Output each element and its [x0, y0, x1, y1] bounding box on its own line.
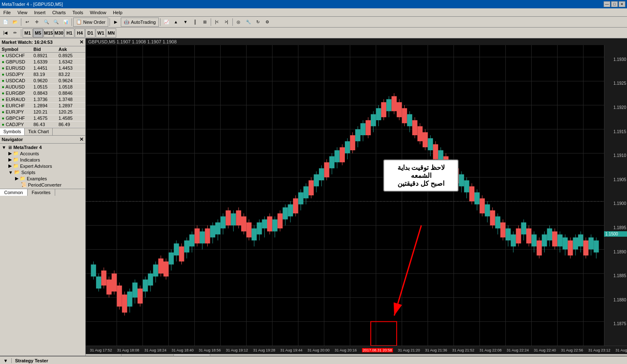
temp-btn[interactable]: 🔧 [244, 18, 253, 27]
autotrading-button[interactable]: 🤖 AutoTrading [121, 18, 159, 27]
tf-m5[interactable]: M5 [33, 28, 43, 38]
tab-symbols[interactable]: Symbols [0, 128, 25, 135]
tf-w1[interactable]: W1 [96, 28, 106, 38]
menu-tools[interactable]: Tools [69, 9, 87, 16]
svg-rect-71 [189, 235, 194, 247]
menu-file[interactable]: File [0, 9, 14, 16]
undo-btn[interactable]: ↩ [23, 18, 32, 27]
sep5 [211, 18, 211, 26]
nav-indicators-label: Indicators [20, 157, 40, 162]
nav-tab-favorites[interactable]: Favorites [28, 189, 55, 196]
price-1925: 1.1925 [613, 81, 626, 86]
time-18: 31 Aug 23:12 [588, 348, 610, 352]
crosshair-btn[interactable]: ✛ [32, 18, 41, 27]
zoom-in-btn[interactable]: 🔍 [42, 18, 51, 27]
minimize-button[interactable]: — [604, 1, 610, 7]
nav-root[interactable]: ▼ 🖥 MetaTrader 4 [0, 144, 85, 150]
menu-window[interactable]: Window [87, 9, 110, 16]
tf-m1[interactable]: M1 [23, 28, 33, 38]
tf-h1[interactable]: H1 [64, 28, 74, 38]
market-watch-row[interactable]: ● CADJPY 86.43 86.49 [0, 121, 85, 128]
zoom-out-btn[interactable]: 🔍 [51, 18, 61, 27]
svg-rect-113 [298, 192, 303, 205]
tab-tick-chart[interactable]: Tick Chart [25, 128, 53, 135]
mw-bid: 120.21 [33, 109, 59, 114]
chart-canvas[interactable]: 1.1930 1.1925 1.1920 1.1915 1.1910 1.190… [86, 45, 627, 346]
new-chart-btn[interactable]: 📄 [1, 18, 10, 27]
svg-rect-197 [516, 228, 521, 243]
properties-btn[interactable]: 📊 [61, 18, 70, 27]
market-watch-row[interactable]: ● EURCHF 1.2894 1.2897 [0, 103, 85, 109]
svg-rect-47 [127, 291, 132, 306]
navigator-close[interactable]: ✕ [79, 136, 84, 142]
chart-tab-eurusd-m1[interactable]: EURUSD,M1 [86, 354, 122, 356]
navigator-tabs: Common Favorites [0, 189, 85, 196]
nav-accounts[interactable]: ▶ 📁 Accounts [0, 150, 85, 157]
new-order-button[interactable]: 📋 New Order [73, 18, 108, 27]
nav-expert-advisors[interactable]: ▶ 📁 Expert Advisors [0, 163, 85, 169]
svg-rect-157 [412, 120, 417, 135]
chart-tab-eurusd-m2[interactable]: EURUSD,M2 (offline) [122, 354, 174, 356]
market-watch-row[interactable]: ● AUDUSD 1.0515 1.0518 [0, 84, 85, 90]
indicator-btn[interactable]: ◎ [234, 18, 243, 27]
menu-insert[interactable]: Insert [31, 9, 49, 16]
svg-rect-179 [469, 186, 474, 201]
svg-rect-141 [371, 114, 376, 126]
market-watch-row[interactable]: ● USDCAD 0.9620 0.9624 [0, 78, 85, 84]
refresh-btn[interactable]: ↻ [253, 18, 263, 27]
period-next-btn[interactable]: >| [222, 18, 231, 27]
menu-view[interactable]: View [14, 9, 31, 16]
play-btn[interactable]: ▶ [111, 18, 120, 27]
nav-scripts[interactable]: ▼ 📂 Scripts [0, 169, 85, 175]
market-watch-row[interactable]: ● GBPCHF 1.4575 1.4585 [0, 115, 85, 121]
period-sep-btn[interactable]: |< [212, 18, 222, 27]
market-watch-close[interactable]: ✕ [79, 39, 84, 45]
svg-rect-155 [407, 114, 412, 126]
candles-btn[interactable]: ║ [191, 18, 200, 27]
time-16: 31 Aug 22:40 [534, 348, 556, 352]
svg-rect-183 [479, 198, 484, 213]
svg-rect-143 [376, 108, 381, 120]
arrow-down-btn[interactable]: ▼ [181, 18, 190, 27]
candlestick-chart [86, 45, 604, 346]
tf-m15[interactable]: M15 [43, 28, 54, 38]
nav-tab-common[interactable]: Common [0, 189, 28, 196]
market-watch-row[interactable]: ● EURJPY 120.21 120.25 [0, 109, 85, 115]
tester-toggle[interactable]: ▼ [0, 358, 12, 363]
menu-charts[interactable]: Charts [49, 9, 69, 16]
nav-indicators[interactable]: ▶ 📁 Indicators [0, 157, 85, 163]
line-btn[interactable]: 📈 [162, 18, 171, 27]
maximize-button[interactable]: □ [611, 1, 618, 7]
zoom-fit-btn[interactable]: ⊞ [200, 18, 209, 27]
svg-rect-129 [340, 147, 345, 162]
market-watch-row[interactable]: ● USDJPY 83.19 83.22 [0, 71, 85, 78]
market-watch-row[interactable]: ● EURGBP 0.8843 0.8846 [0, 90, 85, 96]
open-btn[interactable]: 📂 [10, 18, 20, 27]
nav-examples[interactable]: ▶ 📁 Examples [0, 175, 85, 182]
svg-rect-51 [138, 288, 143, 303]
svg-rect-135 [355, 129, 360, 142]
mw-dot: ● [2, 122, 5, 127]
mw-dot: ● [2, 116, 5, 121]
market-watch-row[interactable]: ● GBPUSD 1.6339 1.6342 [0, 59, 85, 65]
tf-m30[interactable]: M30 [54, 28, 64, 38]
close-button[interactable]: ✕ [619, 1, 625, 7]
arrow-up-btn[interactable]: ▲ [171, 18, 181, 27]
nav-period-converter[interactable]: 📜 PeriodConverter [0, 182, 85, 188]
tf-d1[interactable]: D1 [85, 28, 95, 38]
mw-symbol-name: ● USDCHF [2, 53, 33, 58]
svg-rect-201 [526, 228, 531, 243]
svg-rect-165 [433, 144, 438, 159]
market-watch-row[interactable]: ● USDCHF 0.8921 0.8925 [0, 53, 85, 59]
tf-h4[interactable]: H4 [75, 28, 85, 38]
mw-bid: 0.9620 [33, 78, 59, 83]
menu-help[interactable]: Help [110, 9, 126, 16]
market-watch-row[interactable]: ● EURUSD 1.4451 1.4453 [0, 65, 85, 71]
market-watch-row[interactable]: ● EURAUD 1.3736 1.3748 [0, 96, 85, 103]
chart-tab-gbpusd-m5[interactable]: GBPUSD,M5 [174, 354, 210, 356]
svg-rect-103 [272, 220, 277, 232]
draw-btn[interactable]: ✏ [10, 28, 20, 38]
prev-chart-btn[interactable]: |◀ [1, 28, 10, 38]
tf-mn[interactable]: MN [106, 28, 116, 38]
options-btn[interactable]: ⚙ [263, 18, 272, 27]
